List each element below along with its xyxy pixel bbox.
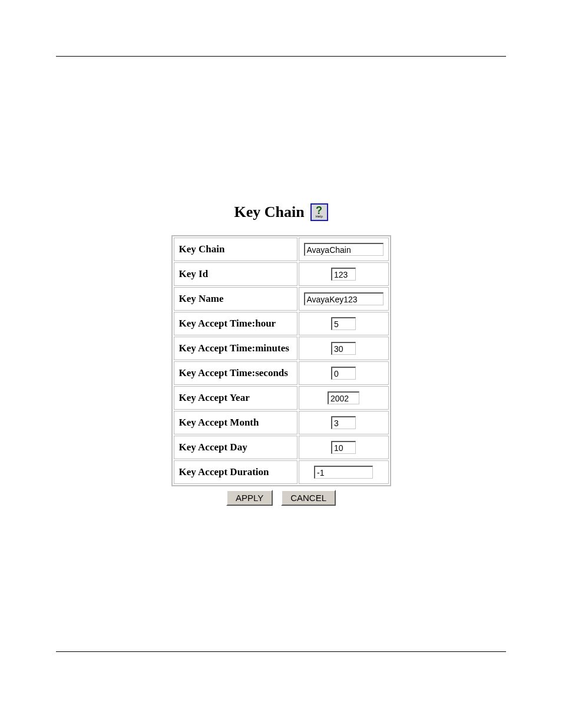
- label-accept-day: Key Accept Day: [174, 436, 297, 459]
- cell-accept-duration: [299, 460, 389, 484]
- row-accept-minutes: Key Accept Time:minutes: [174, 337, 389, 360]
- cell-accept-minutes: [299, 337, 389, 360]
- row-accept-seconds: Key Accept Time:seconds: [174, 361, 389, 385]
- row-accept-month: Key Accept Month: [174, 411, 389, 434]
- cell-accept-day: [299, 436, 389, 459]
- label-accept-year: Key Accept Year: [174, 386, 297, 410]
- label-key-id: Key Id: [174, 262, 297, 286]
- key-chain-form-table: Key Chain Key Id Key Name Key Accept Tim…: [171, 235, 391, 486]
- row-accept-hour: Key Accept Time:hour: [174, 312, 389, 335]
- cell-accept-seconds: [299, 361, 389, 385]
- accept-minutes-input[interactable]: [331, 342, 356, 355]
- key-name-input[interactable]: [304, 292, 384, 305]
- help-label: Help: [315, 215, 322, 218]
- label-accept-hour: Key Accept Time:hour: [174, 312, 297, 335]
- row-accept-duration: Key Accept Duration: [174, 460, 389, 484]
- help-question-mark: ?: [316, 206, 322, 215]
- main-content: Key Chain ? Help Key Chain Key Id Key Na…: [0, 203, 562, 506]
- row-accept-year: Key Accept Year: [174, 386, 389, 410]
- row-key-name: Key Name: [174, 287, 389, 311]
- cell-key-name: [299, 287, 389, 311]
- label-key-chain: Key Chain: [174, 238, 297, 261]
- accept-year-input[interactable]: [328, 391, 359, 404]
- label-accept-duration: Key Accept Duration: [174, 460, 297, 484]
- cell-key-chain: [299, 238, 389, 261]
- cell-accept-year: [299, 386, 389, 410]
- cell-accept-month: [299, 411, 389, 434]
- top-divider: [56, 56, 506, 57]
- cell-accept-hour: [299, 312, 389, 335]
- apply-button[interactable]: APPLY: [226, 490, 273, 506]
- row-accept-day: Key Accept Day: [174, 436, 389, 459]
- key-id-input[interactable]: [331, 268, 356, 281]
- accept-day-input[interactable]: [331, 441, 356, 454]
- page-title: Key Chain: [234, 203, 304, 221]
- row-key-chain: Key Chain: [174, 238, 389, 261]
- help-icon[interactable]: ? Help: [310, 203, 328, 221]
- accept-hour-input[interactable]: [331, 317, 356, 330]
- cancel-button[interactable]: CANCEL: [281, 490, 336, 506]
- button-row: APPLY CANCEL: [226, 490, 336, 506]
- label-key-name: Key Name: [174, 287, 297, 311]
- title-row: Key Chain ? Help: [234, 203, 328, 221]
- label-accept-seconds: Key Accept Time:seconds: [174, 361, 297, 385]
- accept-duration-input[interactable]: [314, 466, 373, 479]
- accept-seconds-input[interactable]: [331, 367, 356, 380]
- row-key-id: Key Id: [174, 262, 389, 286]
- accept-month-input[interactable]: [331, 416, 356, 429]
- label-accept-month: Key Accept Month: [174, 411, 297, 434]
- bottom-divider: [56, 651, 506, 652]
- key-chain-input[interactable]: [304, 243, 384, 256]
- label-accept-minutes: Key Accept Time:minutes: [174, 337, 297, 360]
- cell-key-id: [299, 262, 389, 286]
